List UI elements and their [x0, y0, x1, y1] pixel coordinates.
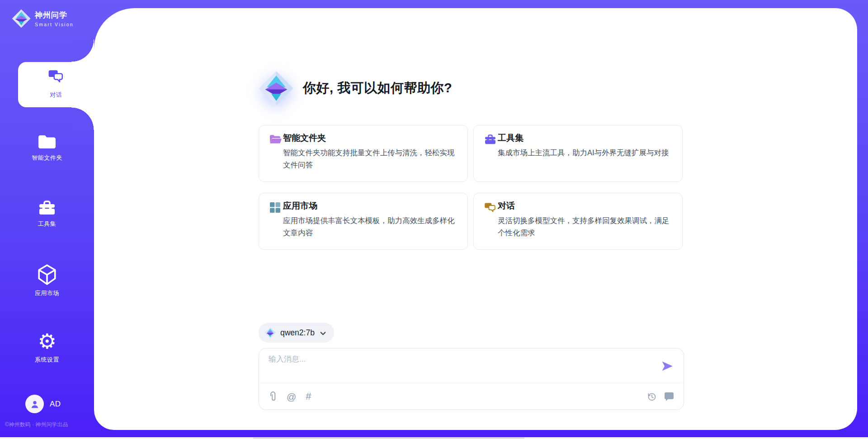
- chat-bubbles-icon: [48, 69, 64, 83]
- sidebar-item-settings[interactable]: ⚙ 系统设置: [0, 331, 94, 364]
- card-description: 集成市场上主流工具，助力AI与外界无缝扩展与对接: [498, 147, 675, 159]
- toolbox-icon: [484, 134, 496, 145]
- brand-subtitle: Smart Vision: [35, 22, 74, 27]
- card-title: 工具集: [498, 132, 524, 144]
- tab-fillet-bottom: [71, 107, 94, 130]
- sidebar-item-label: 系统设置: [0, 356, 94, 364]
- conversation-button[interactable]: [664, 391, 675, 401]
- sidebar-item-toolset[interactable]: 工具集: [0, 200, 94, 228]
- chat-bubble-icon: [664, 391, 675, 401]
- toolbox-icon: [38, 200, 56, 216]
- greeting-title: 你好, 我可以如何帮助你?: [303, 79, 452, 97]
- card-description: 应用市场提供丰富长文本模板，助力高效生成多样化文章内容: [283, 215, 460, 239]
- message-input[interactable]: [269, 354, 639, 379]
- send-button[interactable]: [660, 360, 674, 373]
- card-description: 灵活切换多模型文件，支持多样回复效果调试，满足个性化需求: [498, 215, 675, 239]
- sidebar: 神州问学 Smart Vision 对话 智能文件夹 工具集 应用市场 ⚙ 系统…: [0, 0, 94, 439]
- card-description: 智能文件夹功能支持批量文件上传与清洗，轻松实现文件问答: [283, 147, 460, 171]
- message-composer: @ #: [259, 348, 684, 410]
- send-icon: [661, 360, 674, 372]
- brand-logo: 神州问学 Smart Vision: [12, 9, 74, 28]
- main-panel: 你好, 我可以如何帮助你? 智能文件夹 智能文件夹功能支持批量文件上传与清洗，轻…: [94, 8, 857, 430]
- sidebar-item-label: 智能文件夹: [0, 154, 94, 162]
- card-chat[interactable]: 对话 灵活切换多模型文件，支持多样回复效果调试，满足个性化需求: [473, 193, 683, 250]
- attach-button[interactable]: [269, 391, 277, 402]
- brand-name: 神州问学: [35, 10, 74, 20]
- card-app-market[interactable]: 应用市场 应用市场提供丰富长文本模板，助力高效生成多样化文章内容: [259, 193, 468, 250]
- topic-button[interactable]: #: [306, 391, 311, 401]
- greeting: 你好, 我可以如何帮助你?: [259, 71, 452, 106]
- card-smart-folder[interactable]: 智能文件夹 智能文件夹功能支持批量文件上传与清洗，轻松实现文件问答: [259, 125, 468, 182]
- model-selector[interactable]: qwen2:7b: [259, 323, 334, 343]
- card-title: 对话: [498, 200, 515, 212]
- brand-diamond-icon: [12, 9, 31, 28]
- at-icon: @: [287, 392, 296, 401]
- shortcut-cards: 智能文件夹 智能文件夹功能支持批量文件上传与清洗，轻松实现文件问答 工具集 集成…: [259, 125, 683, 250]
- brand-diamond-icon: [259, 71, 294, 106]
- brand-diamond-icon: [264, 327, 276, 339]
- user-name: AD: [50, 400, 61, 409]
- app-grid-icon: [269, 202, 281, 213]
- sidebar-item-label: 对话: [50, 91, 62, 99]
- sidebar-item-smart-folder[interactable]: 智能文件夹: [0, 134, 94, 162]
- app-window: 神州问学 Smart Vision 对话 智能文件夹 工具集 应用市场 ⚙ 系统…: [0, 0, 868, 439]
- tab-fillet-top: [71, 39, 94, 62]
- history-button[interactable]: [646, 391, 657, 402]
- user-profile[interactable]: AD: [25, 395, 61, 413]
- chat-bubbles-icon: [484, 202, 496, 213]
- card-title: 智能文件夹: [283, 132, 326, 144]
- gear-icon: ⚙: [0, 331, 94, 352]
- folder-icon: [38, 134, 57, 150]
- horizontal-scrollbar[interactable]: [0, 437, 868, 439]
- composer-toolbar: @ #: [269, 383, 675, 410]
- card-toolset[interactable]: 工具集 集成市场上主流工具，助力AI与外界无缝扩展与对接: [473, 125, 683, 182]
- chevron-down-icon: [319, 329, 327, 337]
- sidebar-item-app-market[interactable]: 应用市场: [0, 264, 94, 297]
- card-title: 应用市场: [283, 200, 317, 212]
- person-icon: [29, 399, 40, 410]
- scrollbar-thumb[interactable]: [253, 437, 524, 439]
- sidebar-item-chat[interactable]: 对话: [18, 62, 94, 107]
- avatar: [25, 395, 44, 413]
- cube-icon: [38, 264, 57, 285]
- model-name: qwen2:7b: [280, 328, 315, 338]
- folder-open-icon: [269, 134, 282, 144]
- copyright-text: ©神州数码 · 神州问学出品: [5, 421, 94, 429]
- sidebar-item-label: 工具集: [0, 220, 94, 228]
- history-icon: [646, 391, 657, 402]
- mention-button[interactable]: @: [287, 392, 296, 401]
- paperclip-icon: [269, 391, 277, 402]
- hash-icon: #: [306, 391, 311, 401]
- sidebar-item-label: 应用市场: [0, 289, 94, 297]
